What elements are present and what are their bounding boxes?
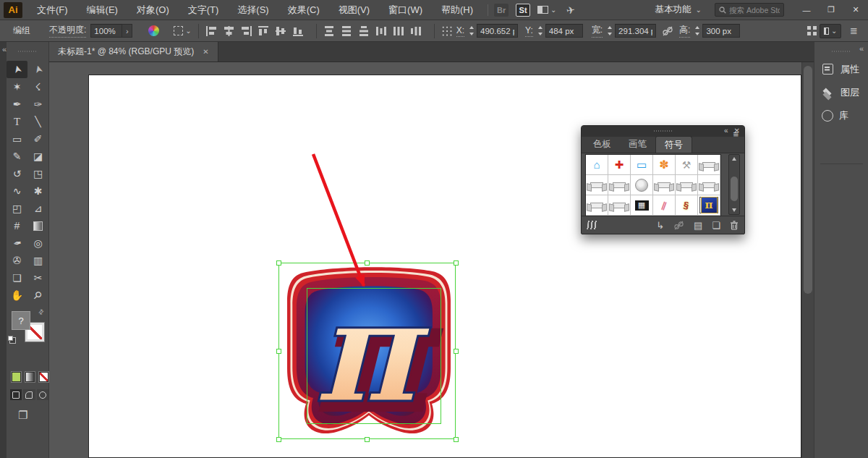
scale-tool[interactable]: ◳	[27, 165, 48, 182]
drag-grip[interactable]	[654, 130, 673, 132]
width-stepper[interactable]	[607, 25, 613, 37]
control-menu-icon[interactable]: ≣	[850, 25, 858, 36]
align-bottom-icon[interactable]	[292, 25, 305, 37]
column-graph-tool[interactable]: ▥	[27, 252, 48, 269]
minimize-button[interactable]: —	[794, 1, 819, 20]
scrollbar-thumb[interactable]	[804, 66, 812, 294]
align-vertical-center-icon[interactable]	[275, 25, 287, 37]
default-fill-stroke-icon[interactable]	[8, 336, 13, 341]
distribute-right-icon[interactable]	[410, 25, 422, 37]
stock-badge[interactable]: St	[516, 4, 530, 17]
symbol-badge[interactable]	[631, 175, 653, 195]
break-link-icon[interactable]	[673, 221, 684, 230]
symbol-ribbon-3[interactable]	[608, 175, 631, 195]
chevron-down-icon[interactable]: ⌄	[550, 7, 556, 14]
drag-grip[interactable]	[832, 51, 851, 52]
symbol-dna[interactable]: §	[676, 195, 698, 216]
menu-item[interactable]: 窗口(W)	[380, 1, 431, 20]
symbol-flower[interactable]: ✽	[653, 155, 676, 175]
selection-handle[interactable]	[276, 437, 281, 442]
selection-handle[interactable]	[454, 437, 459, 442]
fill-swatch[interactable]: ?	[12, 311, 30, 330]
symbol-ribbon-8[interactable]	[608, 195, 631, 216]
selection-tool[interactable]: ➤	[7, 61, 27, 78]
symbol-ribbon-1[interactable]	[698, 155, 720, 175]
artboard-tool[interactable]: ❏	[7, 269, 27, 287]
gradient-tool[interactable]	[27, 217, 48, 234]
symbol-marks[interactable]: ∥	[653, 195, 676, 216]
symbol-ribbon-4[interactable]	[653, 175, 676, 195]
tools-panel-header[interactable]: «	[7, 42, 48, 61]
menu-item[interactable]: 文字(T)	[179, 1, 228, 20]
distribute-vertical-center-icon[interactable]	[341, 25, 353, 37]
draw-inside-button[interactable]	[37, 389, 48, 400]
shape-builder-tool[interactable]: ◰	[7, 200, 27, 217]
puppet-warp-tool[interactable]: ✱	[27, 182, 48, 200]
x-input[interactable]	[477, 24, 518, 38]
selection-handle[interactable]	[365, 260, 370, 266]
symbol-libraries-icon[interactable]	[587, 221, 598, 229]
selection-handle[interactable]	[276, 349, 281, 354]
type-tool[interactable]: T	[7, 113, 27, 130]
scroll-up-icon[interactable]	[732, 157, 736, 161]
artboards-grid-icon[interactable]	[807, 26, 811, 30]
lasso-tool[interactable]: ☇	[27, 78, 48, 96]
selection-handle[interactable]	[365, 437, 370, 442]
magic-wand-tool[interactable]: ✶	[7, 78, 27, 96]
none-button[interactable]	[39, 372, 48, 382]
menu-item[interactable]: 文件(F)	[28, 1, 77, 20]
x-stepper[interactable]	[469, 25, 475, 37]
color-button[interactable]	[12, 372, 21, 382]
panel-menu-icon[interactable]: ≡	[733, 129, 739, 140]
rectangle-tool[interactable]: ▭	[7, 130, 27, 148]
symbols-panel-header[interactable]: « ✕	[582, 126, 744, 137]
height-stepper[interactable]	[694, 25, 701, 37]
symbol-ribbon-2[interactable]	[586, 175, 608, 195]
drag-grip[interactable]	[18, 51, 37, 52]
menu-item[interactable]: 选择(S)	[229, 1, 277, 20]
symbols-scrollbar[interactable]	[728, 154, 740, 215]
distribute-bottom-icon[interactable]	[358, 25, 370, 37]
distribute-top-icon[interactable]	[323, 25, 336, 37]
tab-brushes[interactable]: 画笔	[620, 136, 655, 153]
align-top-icon[interactable]	[258, 25, 270, 37]
share-icon[interactable]: ✈	[566, 4, 576, 17]
selection-handle[interactable]	[276, 260, 281, 266]
align-right-icon[interactable]	[240, 25, 252, 37]
curvature-tool[interactable]: ✑	[27, 96, 48, 113]
symbol-bank[interactable]: ⌂	[586, 155, 608, 175]
shaper-tool[interactable]: ✎	[7, 148, 27, 165]
tab-symbols[interactable]: 符号	[655, 136, 692, 153]
dock-item-properties[interactable]: 属性	[814, 58, 868, 81]
opacity-input[interactable]	[90, 24, 122, 38]
scroll-down-icon[interactable]	[732, 208, 736, 212]
align-left-icon[interactable]	[205, 25, 218, 37]
menu-item[interactable]: 对象(O)	[128, 1, 178, 20]
restore-button[interactable]: ❐	[819, 1, 843, 20]
direct-selection-tool[interactable]: ➤	[27, 61, 48, 78]
symbol-sprayer-tool[interactable]: ✇	[7, 252, 27, 269]
rotate-tool[interactable]: ↺	[7, 165, 27, 182]
paintbrush-tool[interactable]: ✐	[27, 130, 48, 148]
hand-tool[interactable]: ✋	[7, 287, 27, 304]
align-horizontal-center-icon[interactable]	[223, 25, 235, 37]
opacity-label[interactable]: 不透明度:	[49, 24, 86, 38]
collapse-icon[interactable]: «	[2, 45, 7, 54]
slice-tool[interactable]: ✂	[27, 269, 48, 287]
eyedropper-tool[interactable]: ✒	[7, 234, 27, 252]
properties-panel-toggle[interactable]: ⌄	[820, 24, 841, 38]
symbol-pi[interactable]: π	[698, 195, 720, 216]
eraser-tool[interactable]: ◪	[27, 148, 48, 165]
chevron-down-icon[interactable]: ⌄	[185, 27, 191, 35]
screen-mode-button[interactable]: ❐	[18, 409, 48, 422]
selection-handle[interactable]	[454, 349, 459, 354]
mesh-tool[interactable]: #	[7, 217, 27, 234]
search-input[interactable]	[729, 6, 780, 14]
scrollbar-thumb[interactable]	[731, 177, 738, 201]
dock-item-libraries[interactable]: 库	[814, 104, 868, 127]
close-button[interactable]: ✕	[843, 1, 868, 20]
menu-item[interactable]: 帮助(H)	[433, 1, 482, 20]
document-tab[interactable]: 未标题-1* @ 84% (RGB/GPU 预览) ✕	[49, 41, 218, 62]
symbol-options-icon[interactable]: ▤	[694, 221, 702, 230]
width-input[interactable]	[615, 24, 656, 38]
